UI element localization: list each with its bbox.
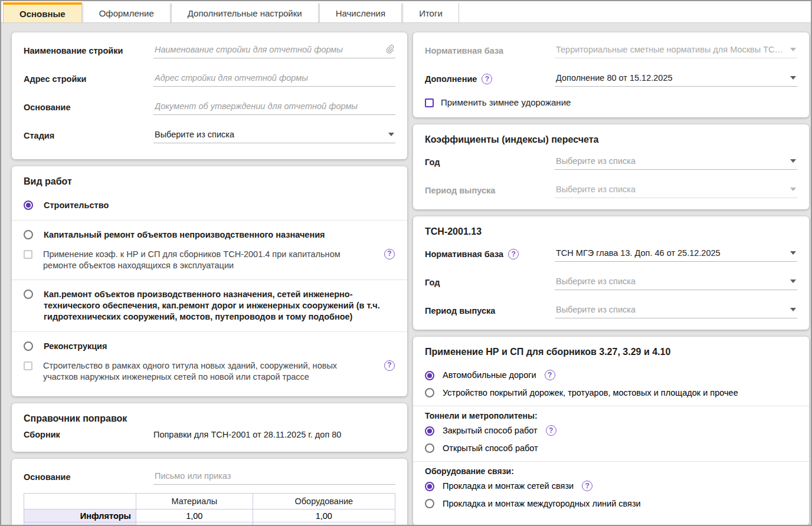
tsn13-base-value: ТСН МГЭ глава 13. Доп. 46 от 25.12.2025	[556, 248, 783, 258]
help-icon[interactable]: ?	[384, 249, 395, 259]
project-basis-placeholder: Документ об утверждении для отчетной фор…	[155, 101, 394, 111]
chevron-down-icon	[790, 280, 796, 283]
tsn-2001-13-card: ТСН-2001.13 Нормативная база ? ТСН МГЭ г…	[413, 216, 809, 330]
radio-capital-repair-prod[interactable]: Кап.ремонт объектов производственного на…	[24, 285, 395, 327]
project-name-input[interactable]: Наименование стройки для отчетной формы	[153, 42, 395, 58]
radio-icon[interactable]	[425, 388, 434, 397]
coef-period-placeholder: Выберите из списка	[556, 185, 783, 194]
tunnels-header: Тоннели и метрополитены:	[425, 411, 797, 420]
inflators-equipment-cell[interactable]: 1,00	[253, 509, 395, 522]
stage-select[interactable]: Выберите из списка	[153, 127, 395, 143]
corrections-card: Справочник поправок Сборник Поправки для…	[12, 403, 407, 452]
divider	[12, 220, 407, 221]
help-icon[interactable]: ?	[582, 481, 592, 491]
deflators-materials-cell[interactable]: 1,00	[136, 522, 253, 526]
tsn13-period-label: Период выпуска	[425, 306, 555, 315]
radio-closed-method-label: Закрытый способ работ	[443, 426, 538, 435]
radio-open-method-label: Открытый способ работ	[443, 443, 538, 453]
tsn13-year-select[interactable]: Выберите из списка	[555, 274, 797, 290]
project-basis-input[interactable]: Документ об утверждении для отчетной фор…	[153, 99, 395, 115]
radio-closed-method[interactable]: Закрытый способ работ ?	[425, 422, 797, 439]
radio-icon[interactable]	[425, 499, 434, 508]
winter-markup-label: Применить зимнее удорожание	[441, 97, 571, 107]
tab-additional-settings[interactable]: Дополнительные настройки	[171, 2, 319, 22]
tab-main[interactable]: Основные	[3, 2, 82, 22]
project-address-input[interactable]: Адрес стройки для отчетной формы	[153, 71, 395, 87]
inflators-materials-cell[interactable]: 1,00	[136, 509, 253, 522]
radio-icon[interactable]	[425, 482, 434, 491]
tsn13-base-select[interactable]: ТСН МГЭ глава 13. Доп. 46 от 25.12.2025	[555, 246, 797, 262]
radio-reconstruction[interactable]: Реконструкция	[24, 337, 395, 356]
table-header-materials: Материалы	[136, 494, 253, 509]
checkbox-icon	[24, 250, 32, 259]
right-column: Нормативная база Территориальные сметные…	[413, 32, 809, 517]
tab-accruals[interactable]: Начисления	[319, 2, 402, 22]
radio-comm-longdistance[interactable]: Прокладка и монтаж междугородных линий с…	[425, 495, 797, 515]
chevron-down-icon	[790, 76, 796, 80]
tsn13-base-label: Нормативная база ?	[425, 249, 555, 259]
help-icon[interactable]: ?	[546, 425, 556, 436]
coefficients-card: Коэффициенты (индексы) пересчета Год Выб…	[413, 124, 809, 209]
radio-roads-label: Автомобильные дороги	[443, 370, 536, 380]
radio-open-method[interactable]: Открытый способ работ	[425, 439, 797, 456]
coef-period-select: Выберите из списка	[555, 182, 797, 198]
radio-icon[interactable]	[425, 443, 434, 453]
radio-comm-networks[interactable]: Прокладка и монтаж сетей связи ?	[425, 477, 797, 495]
divider	[12, 331, 407, 332]
link-icon[interactable]	[385, 44, 394, 55]
row-label: Дефляторы	[24, 522, 136, 526]
tab-design[interactable]: Оформление	[83, 2, 171, 22]
coefficients-title: Коэффициенты (индексы) пересчета	[425, 134, 797, 145]
radio-icon[interactable]	[425, 371, 434, 380]
project-name-label: Наименование стройки	[24, 46, 153, 55]
stage-label: Стадия	[24, 131, 153, 140]
radio-icon[interactable]	[24, 230, 33, 239]
radio-icon[interactable]	[24, 341, 33, 351]
normative-base-value: Территориальные сметные нормативы для Мо…	[556, 45, 783, 54]
radio-capital-repair-nonprod[interactable]: Капитальный ремонт объектов непроизводст…	[24, 225, 395, 245]
supplement-value: Дополнение 80 от 15.12.2025	[556, 73, 783, 83]
radio-construction[interactable]: Строительство	[24, 196, 395, 215]
radio-icon[interactable]	[425, 426, 434, 436]
radio-capital-repair-prod-label: Кап.ремонт объектов производственного на…	[44, 289, 392, 323]
radio-pavements-label: Устройство покрытий дорожек, тротуаров, …	[443, 388, 738, 397]
chevron-down-icon	[790, 308, 796, 311]
radio-icon[interactable]	[24, 290, 33, 299]
table-row: Дефляторы 1,00 1,00	[24, 522, 395, 526]
radio-icon[interactable]	[24, 200, 33, 210]
tsn13-base-label-text: Нормативная база	[425, 249, 503, 259]
project-address-label: Адрес стройки	[24, 74, 153, 84]
indices-basis-label: Основание	[24, 472, 153, 482]
radio-roads[interactable]: Автомобильные дороги ?	[425, 366, 797, 384]
left-column: Наименование стройки Наименование стройк…	[12, 32, 407, 517]
coef-year-placeholder: Выберите из списка	[556, 156, 783, 166]
radio-pavements[interactable]: Устройство покрытий дорожек, тротуаров, …	[425, 384, 797, 401]
table-row: Инфляторы 1,00 1,00	[24, 509, 395, 522]
winter-markup-checkbox-row[interactable]: Применить зимнее удорожание	[425, 96, 797, 107]
radio-comm-networks-label: Прокладка и монтаж сетей связи	[443, 481, 574, 491]
chevron-down-icon	[388, 133, 394, 136]
checkbox-icon[interactable]	[425, 98, 434, 107]
table-header-empty	[24, 494, 136, 509]
supplement-select[interactable]: Дополнение 80 от 15.12.2025	[555, 71, 797, 87]
divider	[413, 461, 809, 462]
normative-base-label: Нормативная база	[425, 46, 555, 55]
chevron-down-icon	[790, 48, 796, 51]
coef-year-select[interactable]: Выберите из списка	[555, 154, 797, 170]
normative-base-select: Территориальные сметные нормативы для Мо…	[555, 42, 797, 58]
coef-year-label: Год	[425, 157, 555, 167]
help-icon[interactable]: ?	[545, 370, 555, 380]
table-header-row: Материалы Оборудование	[24, 494, 395, 509]
tab-totals[interactable]: Итоги	[402, 2, 459, 22]
tsn13-period-select[interactable]: Выберите из списка	[555, 303, 797, 318]
deflators-equipment-cell[interactable]: 1,00	[253, 522, 395, 526]
radio-capital-repair-nonprod-label: Капитальный ремонт объектов непроизводст…	[44, 229, 395, 241]
help-icon[interactable]: ?	[508, 249, 519, 259]
nr-sp-title: Применение НР и СП для сборников 3.27, 3…	[425, 347, 797, 357]
help-icon[interactable]: ?	[482, 74, 492, 84]
divider	[413, 406, 809, 406]
help-icon[interactable]: ?	[384, 360, 395, 371]
radio-comm-longdistance-label: Прокладка и монтаж междугородных линий с…	[443, 499, 641, 508]
settings-window: Основные Оформление Дополнительные настр…	[0, 0, 812, 526]
indices-basis-input[interactable]: Письмо или приказ	[153, 469, 395, 485]
